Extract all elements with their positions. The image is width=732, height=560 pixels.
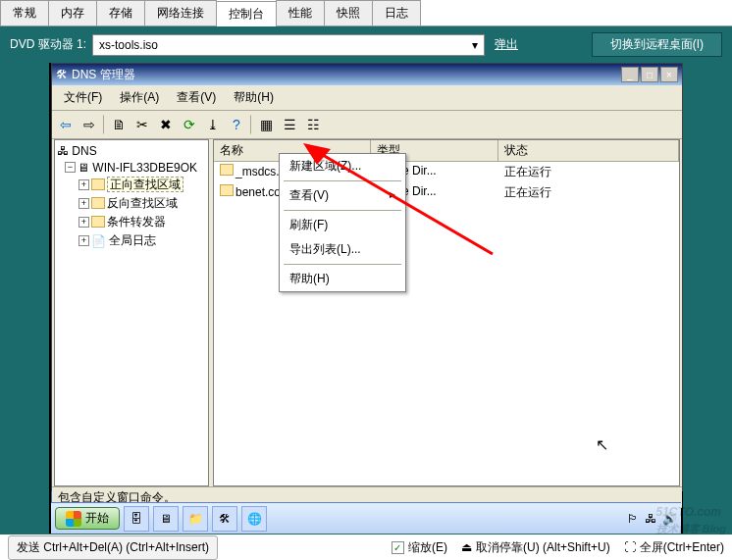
fullscreen-icon: ⛶	[624, 540, 636, 554]
taskbar-item[interactable]: 📁	[183, 506, 208, 532]
help-icon[interactable]: ?	[227, 115, 246, 134]
checkmark-icon: ✓	[392, 541, 404, 554]
menu-file[interactable]: 文件(F)	[56, 87, 110, 108]
host-bottom-bar: 发送 Ctrl+Alt+Del(A) (Ctrl+Alt+Insert) ✓ 缩…	[0, 535, 732, 560]
menu-action[interactable]: 操作(A)	[112, 87, 167, 108]
forward-icon[interactable]: ⇨	[79, 115, 99, 134]
collapse-icon[interactable]: −	[65, 162, 76, 173]
tab-memory[interactable]: 内存	[48, 0, 97, 25]
separator	[284, 264, 401, 265]
scale-label: 缩放(E)	[408, 539, 447, 556]
dvd-drive-combo[interactable]: xs-tools.iso ▾	[92, 34, 485, 56]
ctx-view[interactable]: 查看(V)▸	[280, 183, 405, 208]
dns-icon: 🛠	[56, 68, 68, 81]
undock-label: 取消停靠(U) (Alt+Shift+U)	[476, 539, 610, 556]
dns-tree-panel[interactable]: 🖧 DNS −🖥 WIN-IFL33DBE9OK +正向查找区域 +反向查找区域…	[54, 139, 209, 486]
chevron-down-icon: ▾	[472, 38, 478, 52]
props-icon[interactable]: ☰	[280, 115, 299, 134]
ctx-export-list[interactable]: 导出列表(L)...	[280, 237, 405, 262]
folder-icon	[91, 216, 105, 228]
folder-icon	[91, 178, 105, 190]
taskbar-item[interactable]: 🗄	[124, 506, 149, 532]
taskbar-item[interactable]: 🛠	[212, 506, 237, 532]
tree-global-log[interactable]: 全局日志	[109, 233, 156, 247]
scale-checkbox[interactable]: ✓ 缩放(E)	[392, 539, 447, 556]
dns-menubar: 文件(F) 操作(A) 查看(V) 帮助(H)	[52, 85, 682, 111]
tab-log[interactable]: 日志	[372, 0, 421, 25]
tab-snapshot[interactable]: 快照	[324, 0, 373, 25]
col-status[interactable]: 状态	[498, 140, 679, 161]
close-button[interactable]: ×	[660, 67, 678, 82]
send-cad-button[interactable]: 发送 Ctrl+Alt+Del(A) (Ctrl+Alt+Insert)	[8, 535, 218, 560]
system-tray[interactable]: 🏳 🖧 🔊	[627, 512, 677, 526]
tray-sound-icon[interactable]: 🔊	[662, 512, 677, 526]
remote-desktop-viewport: 🛠 DNS 管理器 _ □ × 文件(F) 操作(A) 查看(V) 帮助(H) …	[49, 63, 683, 534]
taskbar-item[interactable]: 🌐	[241, 506, 267, 532]
expand-icon[interactable]: +	[78, 217, 89, 228]
separator	[284, 180, 401, 181]
ctx-new-zone[interactable]: 新建区域(Z)...	[280, 154, 405, 178]
start-label: 开始	[85, 510, 109, 527]
export-icon[interactable]: ⤓	[203, 115, 223, 134]
folder-icon	[220, 184, 234, 196]
maximize-button[interactable]: □	[641, 67, 658, 82]
menu-help[interactable]: 帮助(H)	[226, 87, 282, 108]
switch-remote-desktop-button[interactable]: 切换到远程桌面(I)	[592, 32, 722, 57]
new-icon[interactable]: 🗎	[109, 115, 129, 134]
folder-icon	[91, 197, 105, 209]
start-button[interactable]: 开始	[55, 507, 120, 530]
back-icon[interactable]: ⇦	[56, 115, 76, 134]
expand-icon[interactable]: +	[78, 235, 89, 246]
tree-reverse-zones[interactable]: 反向查找区域	[107, 196, 178, 210]
dns-title-text: DNS 管理器	[72, 67, 135, 83]
filter-icon[interactable]: ▦	[256, 115, 276, 134]
fullscreen-label: 全屏(Ctrl+Enter)	[640, 539, 724, 556]
tree-root[interactable]: DNS	[72, 144, 96, 158]
console-toolbar: DVD 驱动器 1: xs-tools.iso ▾ 弹出 切换到远程桌面(I)	[0, 26, 732, 63]
ctx-refresh[interactable]: 刷新(F)	[280, 213, 405, 237]
minimize-button[interactable]: _	[621, 67, 639, 82]
tree-server[interactable]: WIN-IFL33DBE9OK	[92, 161, 197, 175]
tab-perf[interactable]: 性能	[276, 0, 325, 25]
dvd-value: xs-tools.iso	[99, 38, 158, 52]
cut-icon[interactable]: ✂	[132, 115, 152, 134]
expand-icon[interactable]: +	[78, 179, 89, 190]
folder-icon	[220, 164, 234, 176]
options-icon[interactable]: ☷	[303, 115, 323, 134]
dvd-label: DVD 驱动器 1:	[10, 36, 86, 53]
windows-taskbar: 开始 🗄 🖥 📁 🛠 🌐 🏳 🖧 🔊	[51, 502, 681, 534]
ctx-help[interactable]: 帮助(H)	[280, 267, 405, 291]
separator	[250, 115, 252, 134]
taskbar-item[interactable]: 🖥	[153, 506, 179, 532]
tab-general[interactable]: 常规	[0, 0, 49, 25]
tab-console[interactable]: 控制台	[216, 1, 277, 26]
dns-toolbar: ⇦ ⇨ 🗎 ✂ ✖ ⟳ ⤓ ? ▦ ☰ ☷	[52, 111, 682, 139]
arrow-right-icon: ▸	[390, 187, 395, 204]
eject-link[interactable]: 弹出	[495, 36, 518, 53]
fullscreen-button[interactable]: ⛶ 全屏(Ctrl+Enter)	[624, 539, 724, 556]
zone-status: 正在运行	[498, 162, 679, 182]
zone-status: 正在运行	[498, 182, 679, 203]
separator	[103, 115, 105, 134]
tray-network-icon[interactable]: 🖧	[645, 512, 656, 526]
undock-icon: ⏏	[461, 540, 472, 554]
windows-logo-icon	[66, 511, 81, 527]
dns-title-bar[interactable]: 🛠 DNS 管理器 _ □ ×	[52, 64, 682, 85]
tab-network[interactable]: 网络连接	[144, 0, 217, 25]
tree-conditional-fwd[interactable]: 条件转发器	[107, 215, 166, 229]
tree-forward-zones[interactable]: 正向查找区域	[107, 177, 183, 192]
tray-flag-icon[interactable]: 🏳	[627, 512, 639, 526]
delete-icon[interactable]: ✖	[156, 115, 176, 134]
expand-icon[interactable]: +	[78, 198, 89, 209]
context-menu: 新建区域(Z)... 查看(V)▸ 刷新(F) 导出列表(L)... 帮助(H)	[279, 153, 406, 292]
menu-view[interactable]: 查看(V)	[169, 87, 224, 108]
tab-storage[interactable]: 存储	[96, 0, 145, 25]
host-tabs: 常规 内存 存储 网络连接 控制台 性能 快照 日志	[0, 0, 732, 26]
refresh-icon[interactable]: ⟳	[180, 115, 199, 134]
separator	[284, 210, 401, 211]
undock-button[interactable]: ⏏ 取消停靠(U) (Alt+Shift+U)	[461, 539, 610, 556]
